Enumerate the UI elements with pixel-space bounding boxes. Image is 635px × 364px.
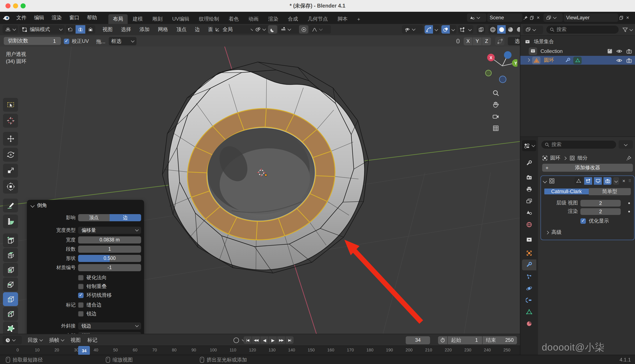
pin-id-icon[interactable] — [626, 156, 631, 160]
tool-measure[interactable] — [3, 214, 18, 228]
properties-editor-type-button[interactable] — [522, 140, 536, 151]
proportional-edit-toggle[interactable] — [299, 25, 308, 34]
xray-toggle[interactable] — [477, 25, 485, 34]
animate-dot[interactable] — [628, 202, 630, 204]
pan-view-hand-icon[interactable] — [490, 99, 502, 110]
blender-logo-icon[interactable] — [0, 15, 12, 21]
properties-tab-collection[interactable] — [522, 234, 536, 245]
object-visibility-dropdown[interactable] — [402, 25, 423, 34]
tool-loop-cut-active[interactable] — [3, 292, 18, 306]
width-type-dropdown[interactable]: 偏移量 — [78, 226, 141, 234]
viewport-menu-0[interactable]: 视图 — [98, 24, 117, 36]
wireframe-shading-button[interactable] — [488, 25, 497, 34]
viewlayer-icon[interactable] — [544, 14, 563, 22]
timeline-ruler[interactable]: 0102030405060708090100110120130140150160… — [0, 346, 520, 355]
current-frame-field[interactable]: 34 — [406, 336, 430, 344]
tool-extrude-region[interactable] — [3, 248, 18, 262]
affect-edges-button[interactable]: 边 — [110, 214, 141, 221]
unlink-scene-icon[interactable]: × — [535, 14, 541, 21]
play-reverse-button[interactable]: ◀ — [260, 336, 268, 344]
playhead-current-frame[interactable]: 34 — [78, 346, 90, 355]
jump-next-keyframe-button[interactable]: ▶▶ — [277, 336, 285, 344]
operator-panel-header[interactable]: 倒角 — [27, 200, 144, 211]
jump-to-end-button[interactable]: ▶| — [286, 336, 294, 344]
animate-dot[interactable] — [628, 210, 630, 212]
properties-tab-data[interactable] — [522, 306, 536, 318]
scene-icon[interactable] — [467, 14, 486, 22]
proportional-falloff-dropdown[interactable] — [309, 25, 331, 34]
mirror-z-button[interactable]: Z — [482, 37, 491, 45]
frame-start-field[interactable]: 起始 1 — [448, 336, 482, 344]
collection-render-camera-icon[interactable] — [626, 48, 632, 54]
timeline-menu-2[interactable]: 视图 — [67, 334, 84, 346]
material-preview-button[interactable] — [506, 25, 514, 34]
add-workspace-button[interactable]: + — [352, 14, 365, 24]
tool-rotate[interactable] — [3, 148, 18, 162]
modifier-render-toggle[interactable] — [604, 177, 612, 185]
show-overlays-toggle[interactable] — [442, 25, 450, 34]
simple-button[interactable]: 简单型 — [588, 188, 631, 195]
transform-orientation-dropdown[interactable]: 全局 — [212, 25, 256, 34]
timeline-menu-0[interactable]: 回放 — [24, 334, 46, 346]
navigation-gizmo[interactable]: X Y — [477, 50, 518, 86]
topbar-menu-0[interactable]: 文件 — [12, 12, 30, 24]
properties-tab-particles[interactable] — [522, 271, 536, 282]
editmode-overlays-icon[interactable] — [458, 25, 466, 34]
properties-tab-world[interactable] — [522, 219, 536, 230]
workspace-tab-9[interactable]: 几何节点 — [303, 14, 332, 24]
modifier-on-cage-toggle[interactable] — [575, 177, 583, 185]
collection-hide-eye-icon[interactable] — [616, 48, 622, 54]
properties-options-dropdown[interactable] — [618, 140, 633, 148]
material-index-field[interactable]: -1 — [78, 264, 141, 271]
properties-tab-render[interactable] — [522, 172, 536, 183]
workspace-tab-0[interactable]: 布局 — [108, 14, 128, 24]
breadcrumb-modifier-name[interactable]: 细分 — [578, 154, 588, 162]
workspace-tab-1[interactable]: 建模 — [128, 14, 148, 24]
show-gizmo-toggle[interactable] — [424, 25, 433, 34]
properties-search-input[interactable]: 搜索 — [541, 140, 616, 148]
snap-base-icon[interactable] — [495, 37, 504, 45]
timeline-editor-type-button[interactable] — [2, 336, 22, 344]
tool-scale[interactable] — [3, 164, 18, 178]
viewlayer-name[interactable]: ViewLayer — [564, 14, 618, 22]
outliner-filter-icon[interactable] — [622, 27, 633, 32]
optimal-display-checkbox[interactable]: 优化显示 — [580, 218, 609, 224]
workspace-tab-8[interactable]: 合成 — [283, 14, 302, 24]
mark-seams-checkbox[interactable]: 缝合边 — [78, 301, 102, 308]
mirror-y-button[interactable]: Y — [473, 37, 482, 45]
scene-name[interactable]: Scene — [487, 14, 522, 22]
modifier-editmode-toggle[interactable] — [584, 177, 592, 185]
drag-mode-dropdown[interactable]: 框选 — [109, 37, 136, 45]
viewport-menu-4[interactable]: 顶点 — [172, 24, 191, 36]
object-render-camera-icon[interactable] — [626, 58, 632, 63]
jump-prev-keyframe-button[interactable]: ◀◀ — [252, 336, 260, 344]
camera-view-icon[interactable] — [490, 110, 502, 122]
properties-tab-modifiers[interactable] — [522, 260, 536, 270]
viewport-menu-2[interactable]: 添加 — [135, 24, 154, 36]
topbar-menu-2[interactable]: 渲染 — [48, 12, 66, 24]
catmull-clark-button[interactable]: Catmull-Clark — [544, 188, 588, 194]
properties-tab-scene[interactable] — [522, 208, 536, 218]
play-button[interactable]: ▶ — [269, 336, 277, 344]
auto-keying-record-button[interactable] — [232, 337, 240, 343]
tool-transform[interactable] — [3, 180, 18, 194]
topbar-menu-3[interactable]: 窗口 — [66, 12, 83, 24]
workspace-tab-6[interactable]: 动画 — [244, 14, 263, 24]
breadcrumb-object-name[interactable]: 圆环 — [550, 154, 560, 162]
tool-move[interactable] — [3, 132, 18, 146]
editmode-overlays-dropdown[interactable] — [466, 25, 473, 34]
copy-viewlayer-icon[interactable] — [618, 14, 624, 21]
modifier-drag-handle[interactable]: ⠿ — [628, 179, 632, 183]
zoom-view-icon[interactable] — [490, 87, 502, 99]
outliner-row-collection[interactable]: Collection ✓ — [520, 46, 635, 56]
solid-shading-button[interactable] — [497, 25, 506, 34]
segments-field[interactable]: 1 — [78, 246, 141, 252]
mirror-icon[interactable] — [454, 38, 462, 44]
object-hide-eye-icon[interactable] — [616, 58, 622, 63]
tool-poly-build[interactable] — [3, 322, 18, 334]
modifier-expand-icon[interactable] — [543, 179, 547, 183]
pin-icon[interactable] — [522, 14, 529, 21]
add-modifier-button[interactable]: + 添加修改器 — [542, 164, 633, 172]
outliner-editor-type-button[interactable] — [523, 26, 543, 34]
snap-toggle-magnet-icon[interactable] — [268, 25, 277, 34]
